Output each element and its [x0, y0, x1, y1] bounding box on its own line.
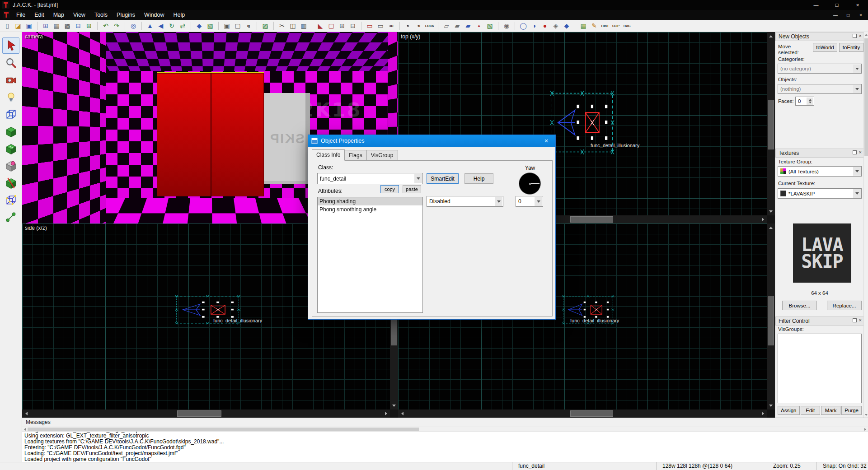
toolbar-icon-undo[interactable]: ↶ — [100, 21, 111, 31]
gray-skip-brush[interactable]: SKIP — [264, 93, 310, 184]
toolbar-icon-scale-lock[interactable]: sl — [413, 21, 424, 31]
toolbar-icon-lock[interactable]: LOCK — [424, 21, 435, 31]
toolbar-icon-cordon[interactable]: ▭ — [364, 21, 375, 31]
toolbar-icon-wireframe-mode[interactable]: ▱ — [441, 21, 452, 31]
paste-button[interactable]: paste — [403, 185, 421, 193]
menu-plugins[interactable]: Plugins — [112, 10, 140, 20]
toolbar-icon-mirror[interactable]: ⇄ — [177, 21, 188, 31]
toolbar-icon-marker[interactable]: ● — [540, 21, 550, 31]
stepper-arrows-icon[interactable] — [807, 98, 813, 105]
maximize-icon[interactable]: □ — [826, 0, 847, 10]
mdi-close-icon[interactable]: × — [854, 10, 867, 20]
toolbar-icon-trigger-brush[interactable]: TRIG — [621, 21, 632, 31]
panel-scrollbar[interactable] — [863, 32, 868, 418]
toolbar-icon-copy[interactable]: ◫ — [287, 21, 298, 31]
pin-icon[interactable] — [853, 318, 857, 322]
toolbar-icon-ungroup[interactable]: ⊟ — [347, 21, 358, 31]
toolbar-icon-toggle-grid-3d[interactable]: ▩ — [62, 21, 73, 31]
filter-control-header[interactable]: Filter Control × — [775, 316, 864, 326]
menu-map[interactable]: Map — [49, 10, 69, 20]
menu-tools[interactable]: Tools — [90, 10, 112, 20]
texture-group-dropdown[interactable]: (All Textures) — [778, 166, 862, 177]
pin-icon[interactable] — [853, 34, 857, 38]
toolbar-icon-paste[interactable]: ▥ — [298, 21, 309, 31]
toolbar-icon-toggle-grid-2d[interactable]: ▦ — [51, 21, 62, 31]
toolbar-icon-camera-flyby[interactable]: ◈ — [550, 21, 561, 31]
visgroup-purge-button[interactable]: Purge — [841, 406, 862, 415]
yaw-dropdown[interactable]: 0 — [516, 196, 543, 207]
toolbar-icon-carve[interactable]: ◣ — [315, 21, 326, 31]
toolbar-icon-select-touching[interactable]: ▭ — [375, 21, 386, 31]
toolbar-icon-move-to-world[interactable]: ▲ — [145, 21, 155, 31]
dialog-titlebar[interactable]: Object Properties × — [308, 135, 555, 147]
toolbar-icon-flip-horizontal[interactable]: ◀ — [155, 21, 166, 31]
side-viewport-hscrollbar[interactable] — [22, 410, 390, 418]
camera-tool-button[interactable] — [2, 72, 19, 88]
front-viewport-hscrollbar[interactable] — [398, 410, 767, 418]
selected-red-brush[interactable] — [157, 72, 264, 196]
toolbar-icon-save-file[interactable]: ▣ — [23, 21, 34, 31]
yaw-dial[interactable] — [519, 172, 541, 195]
attribute-value-dropdown[interactable]: Disabled — [427, 196, 503, 207]
help-button[interactable]: Help — [464, 173, 493, 184]
menu-help[interactable]: Help — [169, 10, 190, 20]
tab-class-info[interactable]: Class Info — [312, 149, 345, 161]
toolbar-icon-pan[interactable]: ◉ — [501, 21, 512, 31]
dialog-close-icon[interactable]: × — [537, 135, 555, 147]
magnify-tool-button[interactable] — [2, 55, 19, 71]
menu-view[interactable]: View — [69, 10, 90, 20]
attribute-item[interactable]: Phong shading — [318, 197, 422, 205]
browse-button[interactable]: Browse... — [782, 301, 817, 310]
toolbar-icon-hollow[interactable]: ▢ — [326, 21, 337, 31]
objects-dropdown[interactable]: (nothing) — [778, 84, 862, 94]
toolbar-icon-ignore-groups[interactable]: ig — [243, 21, 254, 31]
toolbar-icon-new-brush[interactable]: ▧ — [205, 21, 216, 31]
copy-button[interactable]: copy — [380, 185, 399, 193]
toolbar-icon-gizmo[interactable]: ◎ — [128, 21, 139, 31]
top-viewport-vscrollbar[interactable] — [767, 32, 775, 215]
toolbar-icon-texture-application[interactable]: ▨ — [260, 21, 271, 31]
toolbar-icon-textured-mode[interactable]: ▰ — [463, 21, 474, 31]
apply-current-texture-tool-button[interactable] — [2, 140, 19, 157]
to-entity-button[interactable]: toEntity — [839, 43, 863, 52]
toolbar-icon-group[interactable]: ⊞ — [337, 21, 347, 31]
toolbar-icon-clip-brush[interactable]: CLIP — [610, 21, 621, 31]
apply-decals-tool-button[interactable] — [2, 158, 19, 174]
toolbar-icon-anisotropic[interactable]: A — [474, 21, 484, 31]
panel-close-icon[interactable]: × — [859, 150, 862, 154]
entity-tool-button[interactable] — [2, 89, 19, 105]
attribute-item[interactable]: Phong smoothing angle — [318, 205, 422, 214]
toolbar-icon-new-entity[interactable]: ◆ — [194, 21, 205, 31]
toolbar-icon-smaller-grid[interactable]: ⊟ — [73, 21, 84, 31]
messages-header[interactable]: Messages — [22, 418, 868, 427]
front-viewport-vscrollbar[interactable] — [767, 223, 775, 410]
select-tool-button[interactable] — [2, 37, 19, 54]
panel-close-icon[interactable]: × — [859, 318, 862, 322]
textures-header[interactable]: Textures × — [775, 149, 864, 158]
log-output[interactable]: Using extension: GL_EXT_texture_edge_cla… — [22, 432, 868, 462]
tab-flags[interactable]: Flags — [345, 150, 366, 161]
attributes-listbox[interactable]: Phong shadingPhong smoothing angle — [317, 197, 423, 313]
toolbar-icon-flat-mode[interactable]: ▰ — [452, 21, 463, 31]
messages-hscrollbar[interactable] — [22, 427, 868, 432]
visgroup-edit-button[interactable]: Edit — [801, 406, 820, 415]
toolbar-icon-cut[interactable]: ✂ — [277, 21, 287, 31]
clipping-tool-button[interactable] — [2, 175, 19, 191]
pin-icon[interactable] — [853, 150, 857, 154]
toolbar-icon-new-file[interactable]: ▯ — [2, 21, 13, 31]
mdi-minimize-icon[interactable]: — — [829, 10, 842, 20]
close-icon[interactable]: × — [847, 0, 868, 10]
mdi-document-icon[interactable] — [3, 11, 10, 19]
toolbar-icon-larger-grid[interactable]: ⊞ — [84, 21, 94, 31]
toolbar-icon-select-groups[interactable]: ▣ — [221, 21, 232, 31]
new-objects-header[interactable]: New Objects × — [775, 32, 864, 41]
visgroup-assign-button[interactable]: Assign — [778, 406, 800, 415]
vertex-tool-button[interactable] — [2, 192, 19, 208]
class-dropdown[interactable]: func_detail — [317, 173, 423, 184]
toolbar-icon-transparency[interactable]: ▧ — [484, 21, 495, 31]
categories-dropdown[interactable]: (no category) — [778, 64, 862, 74]
toolbar-icon-redo[interactable]: ↷ — [111, 21, 122, 31]
panel-close-icon[interactable]: × — [859, 34, 862, 38]
replace-button[interactable]: Replace... — [827, 301, 862, 310]
toolbar-icon-open-folder[interactable]: ◪ — [13, 21, 23, 31]
